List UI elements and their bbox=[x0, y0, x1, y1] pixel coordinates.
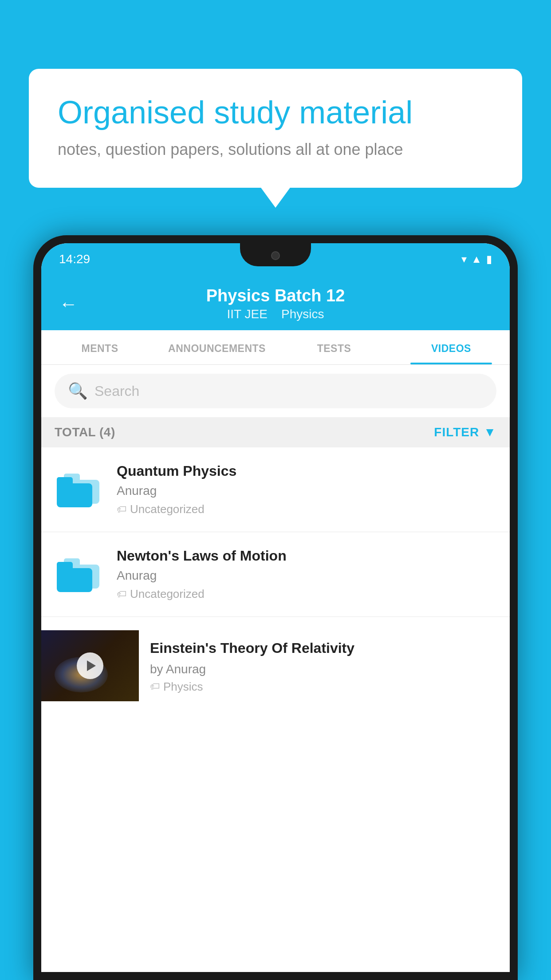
list-item[interactable]: Quantum Physics Anurag 🏷 Uncategorized bbox=[41, 447, 510, 532]
bubble-title: Organised study material bbox=[58, 93, 493, 131]
video-author: by Anurag bbox=[150, 662, 488, 676]
video-author: Anurag bbox=[117, 569, 496, 583]
signal-icon: ▲ bbox=[471, 253, 482, 265]
header-title: Physics Batch 12 bbox=[87, 286, 464, 305]
status-time: 14:29 bbox=[59, 252, 90, 266]
folder-front-icon bbox=[57, 562, 92, 592]
search-icon: 🔍 bbox=[68, 382, 88, 400]
app-background: Organised study material notes, question… bbox=[0, 0, 551, 980]
status-bar: 14:29 ▾ ▲ ▮ bbox=[41, 243, 510, 275]
folder-front-icon bbox=[57, 477, 92, 507]
speech-bubble: Organised study material notes, question… bbox=[29, 69, 522, 188]
folder-thumb-1 bbox=[55, 463, 103, 512]
camera-icon bbox=[271, 251, 280, 260]
search-bar[interactable]: 🔍 Search bbox=[55, 374, 496, 408]
tab-ments[interactable]: MENTS bbox=[41, 330, 158, 364]
search-input[interactable]: Search bbox=[94, 383, 139, 399]
phone-frame: 14:29 ▾ ▲ ▮ ← Physics Batch 12 IIT JEE bbox=[33, 235, 518, 980]
battery-icon: ▮ bbox=[486, 253, 492, 265]
video-author: Anurag bbox=[117, 484, 496, 498]
speech-bubble-container: Organised study material notes, question… bbox=[29, 69, 522, 188]
status-icons: ▾ ▲ ▮ bbox=[461, 253, 492, 265]
header-title-block: Physics Batch 12 IIT JEE Physics bbox=[87, 286, 464, 321]
play-icon bbox=[87, 660, 96, 671]
tab-tests[interactable]: TESTS bbox=[276, 330, 393, 364]
video-title: Quantum Physics bbox=[117, 463, 496, 479]
filter-button[interactable]: FILTER ▼ bbox=[434, 425, 496, 439]
tag-icon: 🏷 bbox=[117, 589, 126, 600]
subtitle-physics: Physics bbox=[281, 307, 324, 321]
video-info-1: Quantum Physics Anurag 🏷 Uncategorized bbox=[117, 463, 496, 516]
subtitle-iitjee: IIT JEE bbox=[227, 307, 268, 321]
tag-icon: 🏷 bbox=[150, 681, 160, 692]
list-item[interactable]: Newton's Laws of Motion Anurag 🏷 Uncateg… bbox=[41, 532, 510, 617]
tab-announcements[interactable]: ANNOUNCEMENTS bbox=[158, 330, 276, 364]
folder-icon bbox=[57, 552, 101, 592]
video-tag: 🏷 Uncategorized bbox=[117, 502, 496, 516]
video-title: Newton's Laws of Motion bbox=[117, 548, 496, 564]
back-button[interactable]: ← bbox=[59, 295, 78, 313]
play-button[interactable] bbox=[77, 652, 103, 679]
video-info-2: Newton's Laws of Motion Anurag 🏷 Uncateg… bbox=[117, 548, 496, 601]
folder-thumb-2 bbox=[55, 548, 103, 597]
filter-icon: ▼ bbox=[484, 425, 496, 439]
folder-icon bbox=[57, 467, 101, 507]
tag-label: Physics bbox=[163, 680, 203, 694]
search-container: 🔍 Search bbox=[41, 365, 510, 417]
filter-label: FILTER bbox=[434, 425, 479, 439]
header-subtitle: IIT JEE Physics bbox=[87, 307, 464, 321]
video-list: Quantum Physics Anurag 🏷 Uncategorized bbox=[41, 447, 510, 716]
bubble-subtitle: notes, question papers, solutions all at… bbox=[58, 140, 493, 159]
video-thumbnail bbox=[41, 630, 139, 701]
phone-notch bbox=[240, 243, 311, 266]
filter-row: TOTAL (4) FILTER ▼ bbox=[41, 417, 510, 447]
video-tag: 🏷 Uncategorized bbox=[117, 587, 496, 601]
video-tag: 🏷 Physics bbox=[150, 680, 488, 694]
tag-label: Uncategorized bbox=[130, 587, 205, 601]
total-count: TOTAL (4) bbox=[55, 425, 115, 439]
list-item[interactable]: Einstein's Theory Of Relativity by Anura… bbox=[41, 617, 510, 716]
tag-label: Uncategorized bbox=[130, 502, 205, 516]
tab-videos[interactable]: VIDEOS bbox=[393, 330, 510, 364]
video-title: Einstein's Theory Of Relativity bbox=[150, 639, 488, 658]
video-info-3: Einstein's Theory Of Relativity by Anura… bbox=[139, 630, 496, 703]
wifi-icon: ▾ bbox=[461, 253, 467, 265]
tabs-bar: MENTS ANNOUNCEMENTS TESTS VIDEOS bbox=[41, 330, 510, 365]
app-header: ← Physics Batch 12 IIT JEE Physics bbox=[41, 275, 510, 330]
phone-inner: 14:29 ▾ ▲ ▮ ← Physics Batch 12 IIT JEE bbox=[41, 243, 510, 972]
tag-icon: 🏷 bbox=[117, 504, 126, 515]
